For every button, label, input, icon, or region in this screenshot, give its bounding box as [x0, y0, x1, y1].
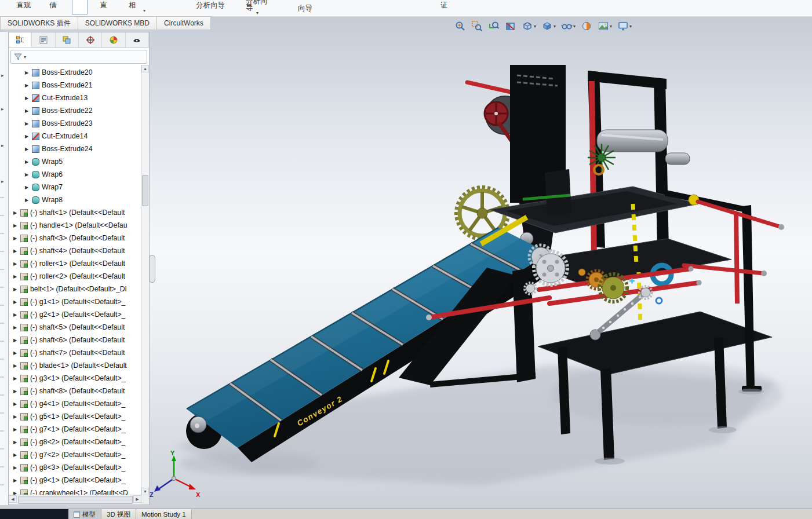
collapsed-tree-expand-icon[interactable]: ▸ [1, 178, 4, 184]
expand-arrow-icon[interactable]: ▶ [13, 274, 20, 279]
tree-item[interactable]: ▶Boss-Extrude22 [9, 104, 141, 117]
tree-item[interactable]: ▶(-) g3<1> (Default<<Default>_ [9, 372, 141, 385]
expand-arrow-icon[interactable]: ▶ [13, 376, 20, 381]
addin-tab[interactable]: SOLIDWORKS 插件 [0, 16, 78, 30]
dropdown-caret-icon[interactable]: ▾ [554, 24, 556, 29]
expand-arrow-icon[interactable]: ▶ [13, 223, 20, 228]
expand-arrow-icon[interactable]: ▶ [13, 401, 20, 407]
dropdown-caret-icon[interactable]: ▾ [256, 10, 258, 16]
document-tab[interactable]: Motion Study 1 [136, 509, 192, 519]
cam-feature-tree-tab[interactable] [126, 32, 149, 47]
tree-item[interactable]: ▶(-) shaft<7> (Default<<Default [9, 346, 141, 359]
ribbon-button[interactable]: 直观 [16, 1, 31, 10]
featuremanager-design-tree-tab[interactable] [9, 32, 32, 47]
tree-item[interactable]: ▶(-) roller<2> (Default<<Default [9, 270, 141, 283]
expand-arrow-icon[interactable]: ▶ [13, 312, 20, 317]
view-settings-button[interactable]: ▾ [617, 20, 632, 32]
scroll-right-arrow[interactable]: ▶ [133, 495, 141, 503]
expand-arrow-icon[interactable]: ▶ [25, 198, 32, 203]
scroll-thumb[interactable] [142, 175, 148, 206]
expand-arrow-icon[interactable]: ▶ [13, 414, 20, 419]
tree-item[interactable]: ▶(-) shaft<8> (Default<<Default [9, 385, 141, 397]
expand-arrow-icon[interactable]: ▶ [25, 147, 32, 152]
collapsed-tree-expand-icon[interactable]: ▸ [1, 106, 4, 112]
tree-item[interactable]: ▶(-) g8<3> (Default<<Default>_ [9, 461, 141, 474]
expand-arrow-icon[interactable]: ▶ [13, 465, 20, 470]
expand-arrow-icon[interactable]: ▶ [13, 478, 20, 483]
dimxpertmanager-tab[interactable] [79, 32, 102, 47]
expand-arrow-icon[interactable]: ▶ [13, 287, 20, 292]
tree-item[interactable]: ▶Wrap7 [9, 181, 141, 193]
expand-arrow-icon[interactable]: ▶ [13, 261, 20, 266]
expand-arrow-icon[interactable]: ▶ [13, 427, 20, 432]
expand-arrow-icon[interactable]: ▶ [25, 108, 32, 114]
ribbon-active-button[interactable] [72, 0, 88, 14]
dropdown-caret-icon[interactable]: ▾ [629, 24, 632, 29]
dropdown-caret-icon[interactable]: ▾ [610, 24, 612, 29]
addin-tab[interactable]: SOLIDWORKS MBD [78, 16, 157, 30]
expand-arrow-icon[interactable]: ▶ [13, 210, 20, 215]
tree-item[interactable]: ▶(-) g2<1> (Default<<Default>_ [9, 308, 141, 321]
collapsed-tree-expand-icon[interactable]: ▸ [1, 72, 4, 78]
tree-item[interactable]: ▶(-) roller<1> (Default<<Default [9, 257, 141, 270]
document-tab[interactable]: 3D 视图 [101, 509, 136, 519]
apply-scene-button[interactable]: ▾ [597, 20, 613, 32]
tree-item[interactable]: ▶(-) shaft<4> (Default<<Default [9, 244, 141, 257]
configurationmanager-tab[interactable] [56, 32, 79, 47]
scroll-up-arrow[interactable]: ▲ [141, 65, 149, 72]
collapsed-tree-expand-icon[interactable]: ▸ [1, 142, 4, 148]
tree-item[interactable]: ▶Boss-Extrude20 [9, 66, 141, 79]
propertymanager-tab[interactable] [32, 32, 55, 47]
expand-arrow-icon[interactable]: ▶ [25, 159, 32, 165]
zoom-to-fit-button[interactable] [454, 20, 467, 32]
tree-item[interactable]: ▶Boss-Extrude24 [9, 142, 141, 155]
ribbon-button[interactable]: 直 [100, 1, 107, 10]
ribbon-button[interactable]: 向导 [298, 3, 312, 13]
dropdown-caret-icon[interactable]: ▾ [143, 8, 145, 13]
tree-item[interactable]: ▶belt<1> (Default<<Default>_Di [9, 283, 141, 295]
ribbon-button[interactable]: 分析向导 [246, 0, 268, 11]
edit-appearance-button[interactable] [580, 20, 593, 32]
expand-arrow-icon[interactable]: ▶ [13, 452, 20, 458]
previous-view-button[interactable] [487, 20, 500, 32]
scroll-left-arrow[interactable]: ◀ [9, 495, 17, 503]
scroll-track[interactable] [17, 495, 133, 505]
addin-tab[interactable]: CircuitWorks [157, 16, 211, 30]
document-tab[interactable]: 模型 [68, 509, 101, 519]
tree-item[interactable]: ▶(-) g7<2> (Default<<Default>_ [9, 448, 141, 461]
expand-arrow-icon[interactable]: ▶ [13, 299, 20, 305]
display-style-button[interactable]: ▾ [541, 20, 556, 32]
tree-item[interactable]: ▶(-) g1<1> (Default<<Default>_ [9, 295, 141, 308]
tree-item[interactable]: ▶(-) g5<1> (Default<<Default>_ [9, 410, 141, 423]
expand-arrow-icon[interactable]: ▶ [13, 338, 20, 343]
ribbon-button[interactable]: 相 [129, 1, 136, 10]
view-orientation-button[interactable]: ▾ [521, 20, 537, 32]
section-view-button[interactable] [504, 20, 517, 32]
tree-item[interactable]: ▶(-) g8<2> (Default<<Default>_ [9, 436, 141, 448]
tree-horizontal-scrollbar[interactable]: ◀ ▶ [9, 495, 149, 505]
filter-caret-icon[interactable]: ▾ [24, 54, 26, 60]
expand-arrow-icon[interactable]: ▶ [25, 134, 32, 139]
dropdown-caret-icon[interactable]: ▾ [573, 24, 576, 29]
expand-arrow-icon[interactable]: ▶ [25, 121, 32, 126]
tree-item[interactable]: ▶(-) g9<1> (Default<<Default>_ [9, 474, 141, 487]
expand-arrow-icon[interactable]: ▶ [13, 325, 20, 330]
tree-item[interactable]: ▶(-) shaft<6> (Default<<Default [9, 334, 141, 346]
zoom-to-area-button[interactable] [471, 20, 483, 32]
expand-arrow-icon[interactable]: ▶ [25, 172, 32, 177]
tree-item[interactable]: ▶(-) shaft<3> (Default<<Default [9, 232, 141, 244]
expand-arrow-icon[interactable]: ▶ [25, 83, 32, 88]
expand-arrow-icon[interactable]: ▶ [13, 389, 20, 394]
tree-item[interactable]: ▶Wrap6 [9, 168, 141, 181]
tree-item[interactable]: ▶Cut-Extrude14 [9, 130, 141, 142]
tree-filter[interactable]: ▾ [10, 50, 147, 64]
tree-item[interactable]: ▶Boss-Extrude23 [9, 117, 141, 130]
ribbon-button[interactable]: 借 [49, 1, 57, 10]
tree-item[interactable]: ▶(-) shaft<1> (Default<<Default [9, 206, 141, 219]
tree-item[interactable]: ▶(-) blade<1> (Default<<Default [9, 359, 141, 372]
expand-arrow-icon[interactable]: ▶ [13, 363, 20, 368]
expand-arrow-icon[interactable]: ▶ [13, 440, 20, 445]
hide-show-items-button[interactable]: ▾ [560, 20, 576, 32]
ribbon-button[interactable]: 分析向导 [196, 1, 225, 10]
tree-item[interactable]: ▶Wrap8 [9, 193, 141, 206]
